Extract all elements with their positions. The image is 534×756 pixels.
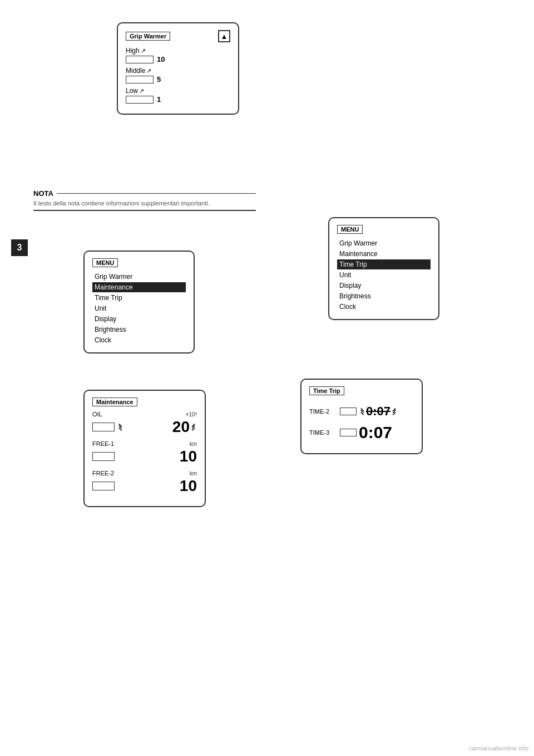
time-trip-detail-screen: Time Trip TIME-2 0:07 (300, 379, 423, 454)
grip-warmer-label: Grip Warmer (126, 32, 170, 41)
menu-item-clock-2[interactable]: Clock (337, 302, 431, 312)
menu-item-time-trip-1[interactable]: Time Trip (92, 293, 186, 303)
low-bar (126, 96, 154, 104)
free2-bar (92, 482, 115, 490)
nota-line (57, 193, 256, 194)
middle-setting-row: Middle ↗ 5 (126, 67, 230, 84)
menu-label-1: MENU (92, 258, 118, 267)
menu-maintenance-screen: MENU Grip Warmer Maintenance Time Trip U… (83, 251, 195, 354)
nota-text: Il testo della nota contiene informazion… (33, 199, 256, 208)
time3-row: TIME-3 0:07 (309, 423, 414, 442)
nota-title: NOTA (33, 189, 53, 198)
time2-bar (340, 408, 357, 415)
free2-value: 10 (117, 477, 197, 495)
free2-unit: km (190, 470, 197, 477)
time-trip-label: Time Trip (309, 386, 344, 395)
high-value: 10 (157, 55, 165, 63)
low-value: 1 (157, 95, 161, 104)
free1-bar (92, 452, 115, 461)
high-setting-row: High ↗ 10 (126, 47, 230, 63)
free2-label: FREE-2 (92, 470, 114, 477)
low-setting-row: Low ↗ 1 (126, 87, 230, 104)
oil-value: 20 (124, 418, 190, 436)
nota-bottom-line (33, 210, 256, 211)
low-label: Low (126, 87, 138, 95)
maintenance-detail-label: Maintenance (92, 397, 137, 406)
maintenance-detail-screen: Maintenance OIL ×10³ 20 (83, 390, 206, 507)
time2-value: 0:07 (366, 404, 390, 419)
oil-left-ticks (118, 425, 122, 430)
menu-label-2: MENU (337, 225, 363, 234)
time3-label: TIME-3 (309, 429, 340, 436)
menu-item-unit-2[interactable]: Unit (337, 270, 431, 280)
high-arrow: ↗ (141, 47, 146, 55)
middle-bar (126, 76, 154, 84)
menu-item-grip-warmer-1[interactable]: Grip Warmer (92, 272, 186, 282)
time2-left-ticks (360, 409, 364, 414)
menu-item-brightness-2[interactable]: Brightness (337, 291, 431, 301)
watermark: carmanualsonline.info (469, 745, 528, 752)
oil-right-ticks (191, 425, 195, 430)
menu-item-maintenance[interactable]: Maintenance (92, 282, 186, 292)
menu-item-unit-1[interactable]: Unit (92, 303, 186, 313)
time2-right-ticks (392, 409, 396, 414)
oil-bar (92, 423, 115, 431)
middle-label: Middle (126, 67, 145, 75)
low-arrow: ↗ (139, 87, 144, 95)
menu-item-display-1[interactable]: Display (92, 314, 186, 324)
section-number: 3 (11, 239, 28, 256)
menu-timetrip-screen: MENU Grip Warmer Maintenance Time Trip U… (328, 217, 439, 320)
free1-row: FREE-1 km 10 (92, 440, 197, 465)
menu-item-maintenance-2[interactable]: Maintenance (337, 249, 431, 259)
time2-label: TIME-2 (309, 408, 340, 415)
time3-value: 0:07 (359, 423, 392, 442)
menu-item-clock-1[interactable]: Clock (92, 335, 186, 345)
time3-bar (340, 429, 357, 436)
high-label: High (126, 47, 140, 55)
free1-label: FREE-1 (92, 440, 114, 447)
menu-item-brightness-1[interactable]: Brightness (92, 325, 186, 335)
oil-row: OIL ×10³ 20 (92, 411, 197, 436)
time2-row: TIME-2 0:07 (309, 404, 414, 419)
alert-icon: ▲ (218, 30, 230, 42)
high-bar (126, 56, 154, 63)
menu-item-grip-warmer-2[interactable]: Grip Warmer (337, 238, 431, 248)
oil-label: OIL (92, 411, 102, 418)
nota-section: NOTA Il testo della nota contiene inform… (33, 189, 256, 211)
free1-value: 10 (117, 448, 197, 465)
menu-item-time-trip-selected[interactable]: Time Trip (337, 259, 431, 269)
menu-item-display-2[interactable]: Display (337, 281, 431, 291)
free2-row: FREE-2 km 10 (92, 470, 197, 495)
oil-unit: ×10³ (186, 411, 197, 418)
free1-unit: km (190, 441, 197, 447)
middle-arrow: ↗ (146, 67, 151, 75)
grip-warmer-screen: Grip Warmer ▲ High ↗ 10 Middle (117, 22, 239, 115)
time2-tick-container: 0:07 (359, 404, 398, 419)
middle-value: 5 (157, 75, 161, 84)
